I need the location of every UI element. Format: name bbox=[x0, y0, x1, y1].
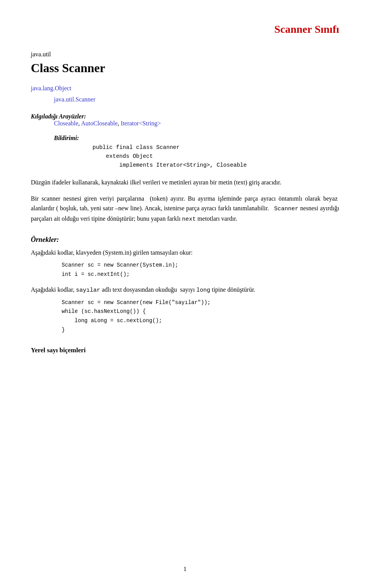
example2-code: Scanner sc = new Scanner(new File("sayıl… bbox=[62, 298, 339, 335]
declaration-section: Bildirimi: public final class Scanner ex… bbox=[54, 135, 339, 170]
example2-text: Aşağıdaki kodlar, sayılar adlı text dosy… bbox=[31, 285, 339, 295]
next-inline: next bbox=[182, 216, 196, 223]
hierarchy-link-1[interactable]: java.lang.Object bbox=[31, 85, 71, 91]
declaration-label: Bildirimi: bbox=[54, 135, 339, 142]
example2-line-2: while (sc.hasNextLong()) { bbox=[62, 308, 146, 314]
sayilar-inline: sayılar bbox=[76, 287, 100, 294]
description-1: Düzgün ifadeler kullanarak, kaynaktaki i… bbox=[31, 177, 339, 188]
page-number: 1 bbox=[183, 566, 187, 573]
description-2: Bir scanner nesnesi giren veriyi parçala… bbox=[31, 194, 339, 225]
decl-line-3: implements Iterator<String>, Closeable bbox=[92, 162, 247, 168]
interfaces-value: Closeable, AutoCloseable, Iterator<Strin… bbox=[54, 120, 339, 127]
decl-line-1: public final class Scanner bbox=[92, 144, 180, 150]
examples-heading: Örnekler: bbox=[31, 236, 339, 244]
example2-line-3: long aLong = sc.nextLong(); bbox=[62, 318, 162, 324]
interface-autocloseable[interactable]: AutoCloseable bbox=[81, 120, 118, 127]
hierarchy-link-2[interactable]: java.util.Scanner bbox=[54, 96, 96, 103]
local-heading: Yerel sayı biçemleri bbox=[31, 346, 339, 354]
class-heading: Class Scanner bbox=[31, 61, 339, 75]
hierarchy-level2: java.util.Scanner bbox=[54, 94, 339, 105]
example2-line-4: } bbox=[62, 327, 65, 333]
example1-code: Scanner sc = new Scanner(System.in); int… bbox=[62, 261, 339, 279]
interfaces-label: Kılgıladığı Arayüzler: bbox=[31, 113, 86, 120]
example1-line-1: Scanner sc = new Scanner(System.in); bbox=[62, 262, 178, 268]
hierarchy-level1: java.lang.Object bbox=[31, 83, 339, 94]
interfaces-section: Kılgıladığı Arayüzler: Closeable, AutoCl… bbox=[31, 113, 339, 127]
interface-iterator[interactable]: Iterator<String> bbox=[121, 120, 161, 127]
page-container: Scanner Sınıfı java.util Class Scanner j… bbox=[0, 0, 370, 588]
package-name: java.util bbox=[31, 51, 339, 58]
example2-line-1: Scanner sc = new Scanner(new File("sayıl… bbox=[62, 299, 210, 306]
interface-closeable[interactable]: Closeable bbox=[54, 120, 78, 127]
scanner-inline: Scanner bbox=[274, 206, 298, 212]
long-inline: long bbox=[196, 287, 210, 294]
declaration-code: public final class Scanner extends Objec… bbox=[92, 143, 339, 170]
page-title: Scanner Sınıfı bbox=[31, 23, 339, 35]
class-hierarchy: java.lang.Object java.util.Scanner bbox=[31, 83, 339, 105]
example1-line-2: int i = sc.nextInt(); bbox=[62, 271, 130, 277]
decl-line-2: extends Object bbox=[92, 153, 153, 159]
example1-text: Aşağıdaki kodlar, klavyeden (System.in) … bbox=[31, 248, 339, 258]
